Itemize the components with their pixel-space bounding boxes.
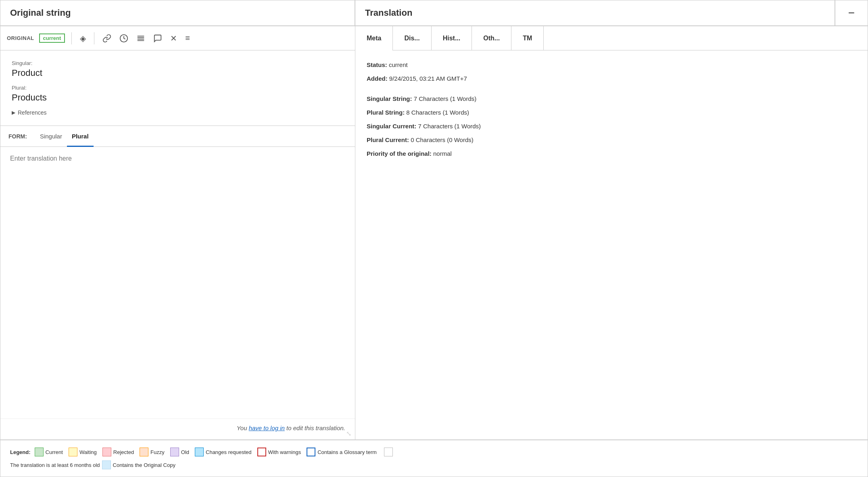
form-tab-singular[interactable]: Singular [35, 126, 67, 147]
legend-label-fuzzy: Fuzzy [150, 449, 165, 455]
comment-icon[interactable] [152, 32, 164, 44]
translation-textarea[interactable] [0, 147, 355, 418]
meta-plural-current: Plural Current: 0 Characters (0 Words) [367, 135, 856, 145]
references-label: References [18, 109, 47, 116]
legend-label-warnings: With warnings [268, 449, 301, 455]
login-notice-post: to edit this translation. [285, 425, 345, 431]
form-tab-plural[interactable]: Plural [67, 126, 94, 147]
legend-box-waiting [69, 448, 77, 456]
header-original: Original string [0, 0, 355, 25]
legend-box-current [35, 448, 44, 456]
login-notice-pre: You [237, 425, 249, 431]
legend-box-old [170, 448, 179, 456]
header-row: Original string Translation − [0, 0, 868, 26]
tag-icon[interactable]: ◈ [78, 32, 88, 45]
references-arrow: ▶ [12, 110, 15, 115]
legend-item-rejected: Rejected [102, 448, 134, 456]
tab-tm[interactable]: TM [511, 26, 544, 50]
content-row: Singular: Product Plural: Products ▶ Ref… [0, 50, 868, 439]
link-icon[interactable] [101, 32, 113, 44]
tab-oth[interactable]: Oth... [472, 26, 511, 50]
legend-item-fuzzy: Fuzzy [140, 448, 165, 456]
menu-icon[interactable]: ≡ [184, 32, 192, 44]
meta-status: Status: current [367, 60, 856, 70]
references-row[interactable]: ▶ References [12, 109, 344, 116]
legend-second-line: The translation is at least 6 months old… [10, 460, 858, 469]
singular-value: Product [12, 68, 344, 78]
form-label: FORM: [8, 133, 27, 140]
legend-label-changes: Changes requested [206, 449, 251, 455]
legend-item-current: Current [35, 448, 63, 456]
meta-added: Added: 9/24/2015, 03:21 AM GMT+7 [367, 74, 856, 84]
meta-priority: Priority of the original: normal [367, 149, 856, 159]
legend-box-warnings [257, 448, 266, 456]
string-display: Singular: Product Plural: Products ▶ Ref… [0, 50, 355, 126]
legend-box-changes [195, 448, 204, 456]
history-icon[interactable] [118, 32, 130, 44]
legend-label-glossary: Contains a Glossary term [317, 449, 377, 455]
tab-dis[interactable]: Dis... [393, 26, 431, 50]
legend-label: Legend: [10, 449, 31, 455]
left-panel: Singular: Product Plural: Products ▶ Ref… [0, 50, 355, 439]
legend-item-changes: Changes requested [195, 448, 251, 456]
meta-singular-string: Singular String: 7 Characters (1 Words) [367, 94, 856, 104]
plural-value: Products [12, 92, 344, 103]
legend-label-rejected: Rejected [113, 449, 134, 455]
tab-meta[interactable]: Meta [355, 26, 393, 50]
meta-singular-current: Singular Current: 7 Characters (1 Words) [367, 121, 856, 131]
legend-item-old: Old [170, 448, 189, 456]
translation-title: Translation [365, 8, 412, 18]
toolbar-separator [71, 32, 72, 44]
list-icon[interactable] [135, 32, 147, 44]
plural-label: Plural: [12, 85, 344, 91]
header-translation: Translation [355, 0, 835, 25]
close-icon[interactable]: ✕ [169, 32, 179, 45]
legend-second-suffix: Contains the Original Copy [113, 462, 175, 468]
legend-label-current: Current [46, 449, 63, 455]
form-tabs: FORM: Singular Plural [0, 126, 355, 147]
legend-box-glossary [307, 448, 315, 456]
tab-hist[interactable]: Hist... [432, 26, 472, 50]
legend-box-old-translation [102, 460, 111, 469]
translation-area: ⤡ You have to log in to edit this transl… [0, 147, 355, 439]
original-string-title: Original string [10, 8, 71, 18]
toolbar-left: ORIGINAL current ◈ ✕ ≡ [0, 26, 355, 50]
resize-handle[interactable]: ⤡ [346, 431, 352, 436]
legend-box-empty [384, 448, 393, 456]
tabs-panel: Meta Dis... Hist... Oth... TM [355, 26, 868, 50]
legend-item-warnings: With warnings [257, 448, 301, 456]
original-label: ORIGINAL [7, 35, 34, 41]
legend-second-text: The translation is at least 6 months old [10, 462, 100, 468]
legend-bar: Legend: Current Waiting Rejected Fuzzy O… [0, 439, 868, 477]
current-badge: current [39, 33, 65, 43]
legend-label-old: Old [181, 449, 189, 455]
legend-label-waiting: Waiting [79, 449, 97, 455]
toolbar-row: ORIGINAL current ◈ ✕ ≡ Meta [0, 26, 868, 50]
main-container: Original string Translation − ORIGINAL c… [0, 0, 868, 477]
minimize-button[interactable]: − [835, 0, 868, 25]
login-link[interactable]: have to log in [249, 425, 285, 431]
singular-label: Singular: [12, 60, 344, 66]
legend-box-fuzzy [140, 448, 148, 456]
legend-box-rejected [102, 448, 111, 456]
login-notice: You have to log in to edit this translat… [0, 418, 355, 439]
meta-plural-string: Plural String: 8 Characters (1 Words) [367, 108, 856, 117]
right-meta-panel: Status: current Added: 9/24/2015, 03:21 … [355, 50, 868, 439]
legend-item-waiting: Waiting [69, 448, 97, 456]
toolbar-separator-2 [94, 32, 94, 44]
legend-item-glossary: Contains a Glossary term [307, 448, 377, 456]
